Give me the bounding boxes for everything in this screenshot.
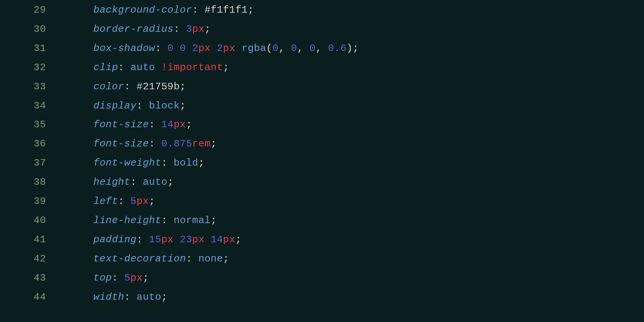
css-token-num: 0.875 — [161, 138, 192, 150]
code-line[interactable]: background-color: #f1f1f1; — [58, 1, 644, 20]
semicolon: ; — [235, 234, 242, 245]
css-token-num: 0 — [291, 43, 297, 54]
css-token-num: 3 — [186, 23, 192, 35]
css-token-paren: ) — [347, 43, 353, 54]
css-token-num: 2 — [192, 43, 198, 54]
colon: : — [118, 62, 124, 73]
css-token-sep: , — [315, 43, 328, 54]
semicolon: ; — [248, 4, 254, 16]
css-property: padding — [94, 234, 137, 245]
semicolon: ; — [198, 157, 204, 169]
css-property: background-color — [94, 4, 192, 16]
line-number: 39 — [0, 192, 46, 211]
line-number: 34 — [0, 97, 46, 116]
css-property: width — [94, 291, 125, 303]
colon: : — [192, 4, 198, 16]
code-line[interactable]: line-height: normal; — [58, 211, 644, 230]
code-line[interactable]: clip: auto !important; — [58, 58, 644, 77]
css-token-unit: px — [198, 43, 210, 54]
code-line[interactable]: color: #21759b; — [58, 77, 644, 97]
css-property: font-weight — [94, 157, 161, 169]
line-number: 33 — [0, 77, 46, 97]
css-token-val: block — [149, 100, 180, 112]
css-token-unit: px — [192, 23, 204, 35]
css-token-num: 15 — [149, 234, 161, 245]
css-token-num: 14 — [161, 119, 174, 130]
css-token-paren: ( — [266, 43, 273, 54]
css-property: text-decoration — [94, 253, 186, 264]
code-editor[interactable]: 29303132333435363738394041424344 backgro… — [0, 0, 644, 307]
colon: : — [130, 176, 136, 188]
css-token-hex: #f1f1f1 — [204, 4, 248, 16]
colon: : — [136, 234, 143, 245]
css-token-val: normal — [174, 215, 211, 226]
css-property: top — [94, 272, 112, 284]
line-number: 35 — [0, 115, 46, 135]
semicolon: ; — [161, 291, 168, 303]
colon: : — [118, 196, 124, 207]
css-token-hex: #21759b — [136, 81, 180, 92]
semicolon: ; — [223, 253, 229, 264]
line-number: 31 — [0, 39, 46, 58]
css-token-sep: , — [297, 43, 309, 54]
semicolon: ; — [186, 119, 192, 130]
code-line[interactable]: top: 5px; — [58, 269, 644, 288]
css-property: font-size — [94, 119, 149, 130]
colon: : — [161, 215, 168, 226]
code-line[interactable]: font-size: 14px; — [58, 115, 644, 135]
css-property: left — [94, 196, 118, 207]
semicolon: ; — [205, 23, 211, 35]
css-token-num: 5 — [124, 272, 130, 284]
line-number: 36 — [0, 135, 46, 154]
css-property: box-shadow — [94, 43, 155, 54]
colon: : — [124, 291, 130, 303]
code-line[interactable]: height: auto; — [58, 173, 644, 192]
css-token-unit: px — [174, 119, 186, 130]
css-token-sep: , — [279, 43, 291, 54]
line-number: 30 — [0, 20, 46, 39]
semicolon: ; — [168, 176, 174, 188]
colon: : — [161, 157, 168, 169]
css-token-unit: px — [223, 43, 235, 54]
line-number: 43 — [0, 269, 46, 288]
line-number: 32 — [0, 58, 46, 77]
css-property: line-height — [94, 215, 161, 226]
colon: : — [149, 138, 155, 150]
semicolon: ; — [180, 100, 186, 112]
line-number: 29 — [0, 1, 46, 20]
css-token-num: 5 — [130, 196, 136, 207]
code-line[interactable]: border-radius: 3px; — [58, 20, 644, 39]
colon: : — [155, 43, 161, 54]
css-token-unit: px — [223, 234, 235, 245]
code-line[interactable]: padding: 15px 23px 14px; — [58, 230, 644, 250]
semicolon: ; — [223, 62, 229, 73]
semicolon: ; — [149, 196, 155, 207]
css-token-func: rgba — [242, 43, 266, 54]
css-property: clip — [94, 62, 118, 73]
css-token-num: 0 — [180, 43, 186, 54]
code-line[interactable]: display: block; — [58, 97, 644, 116]
code-area[interactable]: background-color: #f1f1f1;border-radius:… — [58, 1, 644, 307]
css-token-unit: rem — [192, 138, 210, 150]
line-number: 40 — [0, 211, 46, 230]
css-token-num: 0 — [273, 43, 279, 54]
css-token-num: 0.6 — [328, 43, 347, 54]
css-token-num: 14 — [211, 234, 223, 245]
css-property: border-radius — [94, 23, 174, 35]
code-line[interactable]: text-decoration: none; — [58, 250, 644, 269]
colon: : — [174, 23, 180, 35]
css-property: height — [94, 176, 131, 188]
css-token-unit: px — [161, 234, 174, 245]
code-line[interactable]: font-weight: bold; — [58, 154, 644, 173]
css-token-imp: !important — [161, 62, 223, 73]
code-line[interactable]: left: 5px; — [58, 192, 644, 211]
colon: : — [112, 272, 118, 284]
css-property: font-size — [94, 138, 149, 150]
code-line[interactable]: width: auto; — [58, 288, 644, 307]
css-token-unit: px — [136, 196, 149, 207]
colon: : — [186, 253, 192, 264]
css-token-val: auto — [136, 291, 161, 303]
css-token-val: bold — [174, 157, 198, 169]
code-line[interactable]: font-size: 0.875rem; — [58, 135, 644, 154]
code-line[interactable]: box-shadow: 0 0 2px 2px rgba(0, 0, 0, 0.… — [58, 39, 644, 58]
